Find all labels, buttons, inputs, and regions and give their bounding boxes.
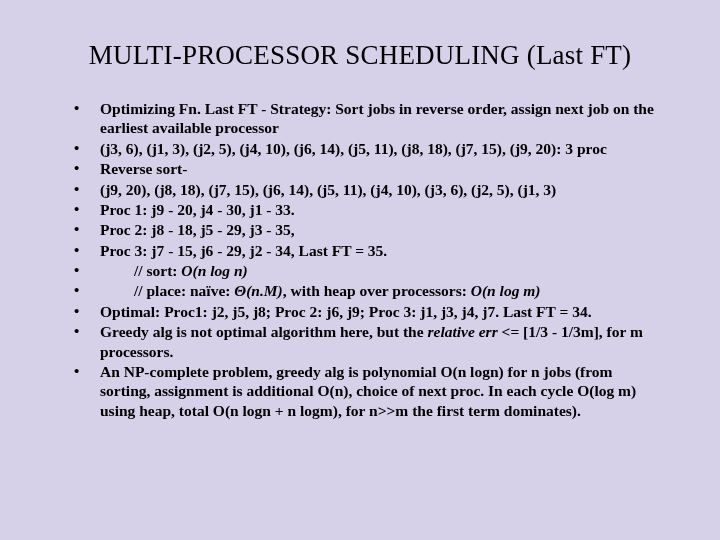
sort-complexity: O(n log n) [181,262,247,279]
list-item: (j3, 6), (j1, 3), (j2, 5), (j4, 10), (j6… [68,139,664,158]
bullet-list: Optimizing Fn. Last FT - Strategy: Sort … [48,99,672,420]
slide: MULTI-PROCESSOR SCHEDULING (Last FT) Opt… [0,0,720,540]
list-item: An NP-complete problem, greedy alg is po… [68,362,664,420]
indent-text: // place: naïve: Θ(n.M), with heap over … [100,282,541,299]
greedy-text-a: Greedy alg is not optimal algorithm here… [100,323,428,340]
page-title: MULTI-PROCESSOR SCHEDULING (Last FT) [48,40,672,71]
list-item: // sort: O(n log n) [68,261,664,280]
place-theta: Θ(n.M) [234,282,282,299]
list-item: Proc 3: j7 - 15, j6 - 29, j2 - 34, Last … [68,241,664,260]
list-item: Proc 1: j9 - 20, j4 - 30, j1 - 33. [68,200,664,219]
list-item: Greedy alg is not optimal algorithm here… [68,322,664,361]
list-item: // place: naïve: Θ(n.M), with heap over … [68,281,664,300]
indent-text: // sort: O(n log n) [100,262,248,279]
place-prefix: // place: naïve: [134,282,234,299]
place-mid: , with heap over processors: [283,282,471,299]
place-heap: O(n log m) [471,282,541,299]
list-item: (j9, 20), (j8, 18), (j7, 15), (j6, 14), … [68,180,664,199]
list-item: Optimizing Fn. Last FT - Strategy: Sort … [68,99,664,138]
sort-prefix: // sort: [134,262,181,279]
list-item: Reverse sort- [68,159,664,178]
relative-err: relative err [428,323,498,340]
list-item: Optimal: Proc1: j2, j5, j8; Proc 2: j6, … [68,302,664,321]
list-item: Proc 2: j8 - 18, j5 - 29, j3 - 35, [68,220,664,239]
